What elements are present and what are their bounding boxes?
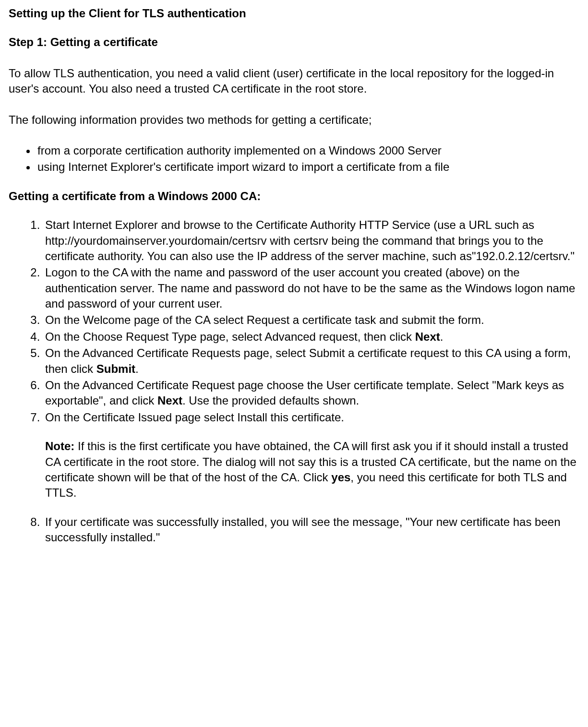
intro-paragraph-1: To allow TLS authentication, you need a … bbox=[9, 66, 579, 97]
bold-text: yes bbox=[331, 471, 350, 484]
list-item: On the Choose Request Type page, select … bbox=[43, 329, 579, 345]
page-title: Setting up the Client for TLS authentica… bbox=[9, 6, 579, 21]
list-item: On the Welcome page of the CA select Req… bbox=[43, 312, 579, 328]
step-heading: Step 1: Getting a certificate bbox=[9, 35, 579, 50]
list-item: Logon to the CA with the name and passwo… bbox=[43, 265, 579, 311]
list-item: using Internet Explorer's certificate im… bbox=[36, 159, 579, 175]
step-text: On the Choose Request Type page, select … bbox=[45, 330, 415, 343]
steps-list: Start Internet Explorer and browse to th… bbox=[9, 217, 579, 545]
step-text: On the Certificate Issued page select In… bbox=[45, 411, 344, 424]
step-text: . bbox=[440, 330, 444, 343]
list-item: On the Advanced Certificate Request page… bbox=[43, 378, 579, 409]
list-item: On the Advanced Certificate Requests pag… bbox=[43, 346, 579, 377]
sub-heading: Getting a certificate from a Windows 200… bbox=[9, 189, 579, 204]
bold-text: Submit bbox=[96, 362, 135, 375]
bold-text: Next bbox=[415, 330, 440, 343]
list-item: If your certificate was successfully ins… bbox=[43, 514, 579, 546]
methods-list: from a corporate certification authority… bbox=[9, 143, 579, 175]
note-block: Note: If this is the first certificate y… bbox=[45, 439, 579, 501]
list-item: from a corporate certification authority… bbox=[36, 143, 579, 158]
intro-paragraph-2: The following information provides two m… bbox=[9, 112, 579, 128]
step-text: . bbox=[135, 362, 139, 375]
note-label: Note: bbox=[45, 440, 74, 453]
bold-text: Next bbox=[157, 394, 182, 407]
step-text: . Use the provided defaults shown. bbox=[182, 394, 359, 407]
list-item: On the Certificate Issued page select In… bbox=[43, 410, 579, 501]
list-item: Start Internet Explorer and browse to th… bbox=[43, 217, 579, 264]
